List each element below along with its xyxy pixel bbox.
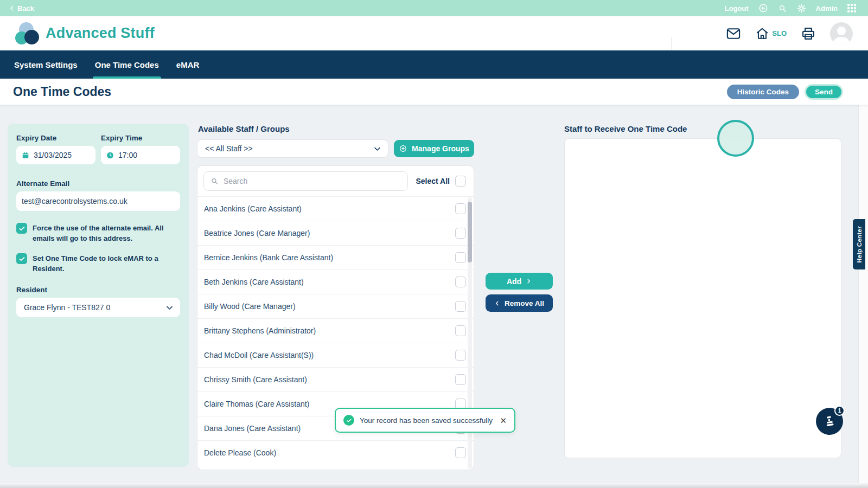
resident-label: Resident	[16, 286, 180, 294]
clock-icon	[106, 151, 114, 160]
staff-checkbox[interactable]	[455, 301, 466, 312]
apps-grid-icon[interactable]	[847, 4, 856, 12]
app-header: Advanced Stuff SLO	[0, 16, 868, 50]
available-staff-title: Available Staff / Groups	[198, 124, 290, 133]
staff-row: Chrissy Smith (Care Assistant)	[197, 367, 474, 391]
user-avatar[interactable]	[830, 22, 853, 45]
staff-row: Ana Jenkins (Care Assistant)	[197, 196, 474, 221]
top-utility-bar: Back Logout Admin	[0, 0, 868, 16]
plus-circle-icon	[399, 144, 407, 153]
staff-row: Bernice Jenkins (Bank Care Assistant)	[197, 245, 474, 269]
success-check-icon	[343, 415, 354, 426]
select-all-label: Select All	[416, 177, 450, 185]
staff-checkbox[interactable]	[455, 447, 466, 458]
historic-codes-button[interactable]: Historic Codes	[727, 85, 799, 99]
logout-icon[interactable]	[758, 3, 768, 13]
resident-select-value: Grace Flynn - TEST827 0	[24, 303, 110, 312]
staff-checkbox[interactable]	[455, 374, 466, 385]
main-nav: System Settings One Time Codes eMAR	[0, 50, 868, 79]
force-email-checkbox-label: Force the use of the alternate email. Al…	[33, 223, 180, 243]
staff-checkbox[interactable]	[455, 325, 466, 336]
calendar-icon	[22, 151, 29, 160]
expiry-time-label: Expiry Time	[101, 134, 180, 142]
help-beacon-button[interactable]: 1	[816, 408, 843, 435]
staff-group-select[interactable]: << All Staff >>	[197, 139, 388, 158]
staff-row: Brittany Stephens (Administrator)	[197, 318, 474, 343]
home-icon[interactable]	[755, 27, 769, 41]
staff-checkbox[interactable]	[455, 277, 466, 287]
staff-row: Billy Wood (Care Manager)	[197, 294, 474, 318]
lock-emar-checkbox[interactable]	[16, 253, 27, 264]
page-scrollbar-track[interactable]	[858, 105, 868, 483]
add-button[interactable]: Add	[486, 273, 553, 290]
check-icon	[18, 255, 25, 262]
resident-select[interactable]: Grace Flynn - TEST827 0	[16, 298, 180, 317]
staff-list-header: Select All	[197, 166, 474, 196]
back-label: Back	[17, 4, 34, 12]
app-logo	[15, 22, 40, 45]
page-title-bar: One Time Codes Historic Codes Send	[0, 79, 868, 105]
back-chevron-icon	[9, 5, 15, 11]
manage-groups-button[interactable]: Manage Groups	[394, 140, 474, 157]
alternate-email-label: Alternate Email	[16, 179, 180, 188]
expiry-date-input[interactable]	[34, 151, 90, 159]
toast-close-icon[interactable]: ✕	[499, 415, 508, 426]
staff-row: Chad McDoil (Care Assistant(S))	[197, 343, 474, 367]
print-icon[interactable]	[801, 26, 816, 41]
lighthouse-icon	[822, 414, 837, 428]
page-title: One Time Codes	[13, 85, 111, 99]
beacon-badge: 1	[834, 406, 845, 416]
receive-staff-panel	[564, 138, 841, 458]
expiry-date-field[interactable]	[16, 146, 95, 164]
staff-checkbox[interactable]	[455, 228, 466, 239]
expiry-time-input[interactable]	[118, 151, 175, 159]
chevron-right-icon	[526, 278, 532, 284]
staff-checkbox[interactable]	[455, 203, 466, 214]
lock-emar-checkbox-label: Set One Time Code to lock eMAR to a Resi…	[33, 253, 180, 274]
back-button[interactable]: Back	[9, 4, 34, 12]
code-settings-panel: Expiry Date Expiry Time Alternate Email …	[8, 124, 189, 467]
remove-all-button[interactable]: Remove All	[486, 294, 553, 312]
app-title: Advanced Stuff	[46, 25, 155, 42]
staff-checkbox[interactable]	[455, 252, 466, 263]
logout-button[interactable]: Logout	[725, 4, 749, 12]
chevron-down-icon	[373, 145, 381, 153]
staff-search-field[interactable]	[203, 171, 408, 191]
force-email-checkbox[interactable]	[16, 223, 27, 234]
tab-emar[interactable]: eMAR	[175, 50, 201, 79]
receive-staff-title: Staff to Receive One Time Code	[564, 124, 687, 133]
chevron-left-icon	[494, 300, 500, 306]
home-site-badge: SLO	[772, 29, 787, 37]
expiry-time-field[interactable]	[101, 146, 180, 164]
select-all-checkbox[interactable]	[455, 176, 466, 187]
tab-one-time-codes[interactable]: One Time Codes	[94, 50, 160, 79]
scrollbar-thumb[interactable]	[468, 202, 472, 262]
staff-row: Beth Jenkins (Care Assistant)	[197, 269, 474, 294]
alternate-email-field[interactable]	[16, 191, 180, 211]
alternate-email-input[interactable]	[22, 197, 175, 206]
mail-icon[interactable]	[726, 26, 741, 41]
search-icon	[210, 177, 219, 185]
staff-search-input[interactable]	[224, 177, 401, 185]
tab-system-settings[interactable]: System Settings	[13, 50, 79, 79]
admin-menu[interactable]: Admin	[816, 4, 838, 12]
toast-message: Your record has been saved successfully	[360, 416, 493, 425]
staff-row: Beatrice Jones (Care Manager)	[197, 221, 474, 245]
staff-group-select-value: << All Staff >>	[205, 144, 253, 153]
gear-icon[interactable]	[797, 4, 806, 13]
footer-bar	[0, 483, 868, 488]
staff-checkbox[interactable]	[455, 350, 466, 361]
help-center-tab[interactable]: Help Center	[853, 219, 865, 269]
save-success-toast: Your record has been saved successfully …	[335, 408, 515, 433]
search-icon[interactable]	[778, 4, 787, 13]
send-button[interactable]: Send	[805, 84, 843, 100]
check-icon	[18, 225, 25, 232]
chevron-down-icon	[165, 304, 174, 312]
staff-row: Delete Please (Cook)	[197, 440, 474, 465]
expiry-date-label: Expiry Date	[16, 134, 95, 142]
loading-spinner	[717, 120, 754, 157]
